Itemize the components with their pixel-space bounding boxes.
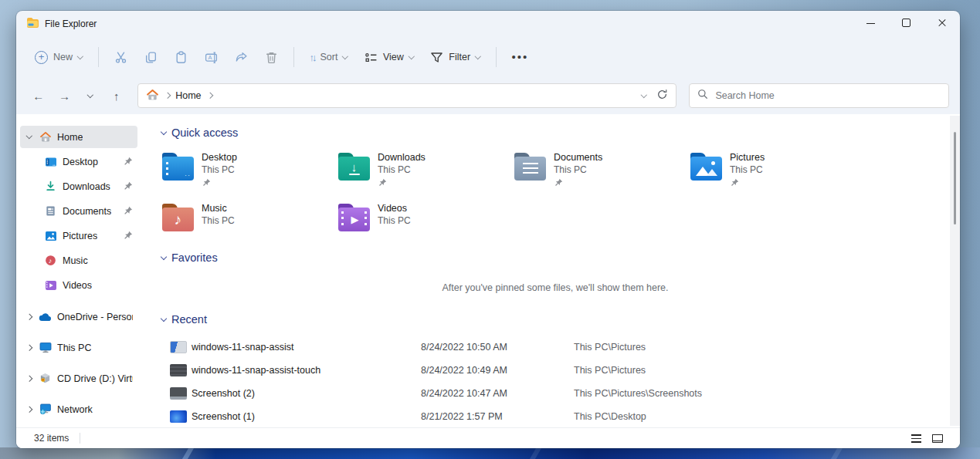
filter-button[interactable]: Filter bbox=[422, 46, 487, 69]
recent-header[interactable]: Recent bbox=[161, 313, 960, 326]
pin-icon bbox=[123, 231, 133, 241]
address-bar[interactable]: Home bbox=[137, 83, 677, 108]
new-button[interactable]: + New bbox=[27, 46, 90, 69]
delete-button[interactable] bbox=[257, 46, 286, 69]
share-button[interactable] bbox=[227, 46, 256, 69]
sidebar-item-onedrive[interactable]: OneDrive - Personal bbox=[20, 305, 137, 328]
back-button[interactable]: ← bbox=[27, 84, 50, 107]
recent-file-row[interactable]: Screenshot (1) 8/21/2022 1:57 PM This PC… bbox=[161, 405, 960, 427]
maximize-icon bbox=[902, 19, 910, 27]
copy-button[interactable] bbox=[137, 46, 165, 69]
sidebar-item-home[interactable]: Home bbox=[20, 126, 137, 148]
sort-button[interactable]: ↑↓ Sort bbox=[302, 46, 355, 69]
chevron-right-icon[interactable] bbox=[25, 315, 33, 319]
chevron-down-icon bbox=[342, 53, 348, 59]
chevron-down-icon[interactable] bbox=[25, 136, 33, 138]
recent-file-row[interactable]: windows-11-snap-assist-touch 8/24/2022 1… bbox=[161, 359, 960, 382]
file-path: This PC\Pictures\Screenshots bbox=[574, 388, 960, 399]
sidebar-item-cd-drive[interactable]: CD Drive (D:) Virtual bbox=[20, 367, 137, 390]
chevron-down-icon bbox=[161, 128, 167, 134]
forward-button[interactable]: → bbox=[53, 84, 76, 107]
tile-name: Pictures bbox=[730, 152, 765, 163]
title-bar[interactable]: File Explorer bbox=[16, 11, 960, 37]
tile-name: Desktop bbox=[202, 152, 237, 163]
search-box[interactable] bbox=[689, 83, 949, 108]
plus-icon: + bbox=[35, 51, 48, 64]
toolbar-divider bbox=[98, 47, 99, 67]
minimize-icon bbox=[866, 23, 875, 24]
toolbar-divider bbox=[293, 47, 294, 67]
up-button[interactable]: ↑ bbox=[105, 84, 128, 107]
file-path: This PC\Pictures bbox=[574, 365, 960, 376]
details-view-button[interactable] bbox=[907, 430, 924, 446]
address-dropdown-icon[interactable] bbox=[641, 92, 647, 98]
documents-icon bbox=[44, 204, 57, 218]
tile-name: Documents bbox=[554, 152, 602, 163]
desktop-background: File Explorer + New bbox=[0, 0, 980, 459]
thumbnails-view-icon bbox=[932, 434, 943, 443]
search-input[interactable] bbox=[715, 90, 941, 101]
filter-label: Filter bbox=[449, 52, 470, 62]
rename-button[interactable]: A bbox=[197, 46, 226, 69]
see-more-button[interactable]: ••• bbox=[504, 48, 537, 66]
chevron-right-icon[interactable] bbox=[25, 346, 33, 350]
favorites-title: Favorites bbox=[171, 251, 218, 264]
sidebar-item-desktop[interactable]: Desktop bbox=[20, 150, 137, 173]
breadcrumb-home[interactable]: Home bbox=[175, 90, 201, 101]
recent-file-row[interactable]: windows-11-snap-assist 8/24/2022 10:50 A… bbox=[161, 336, 960, 359]
pin-icon bbox=[123, 181, 133, 191]
pin-icon bbox=[123, 157, 133, 167]
chevron-right-icon[interactable] bbox=[25, 407, 33, 412]
window-controls bbox=[853, 11, 960, 37]
maximize-button[interactable] bbox=[889, 11, 924, 37]
scrollbar-thumb[interactable] bbox=[954, 132, 956, 224]
tile-desktop[interactable]: ·· Desktop This PC bbox=[161, 150, 337, 190]
tile-location: This PC bbox=[730, 164, 765, 175]
view-button[interactable]: View bbox=[357, 46, 421, 69]
wallpaper-beam bbox=[829, 447, 845, 459]
paste-button[interactable] bbox=[167, 46, 195, 69]
recent-file-row[interactable]: Screenshot (2) 8/24/2022 10:47 AM This P… bbox=[161, 382, 960, 405]
navigation-pane: Home Desktop Downloads bbox=[16, 114, 141, 427]
tile-name: Videos bbox=[378, 203, 411, 214]
svg-text:A: A bbox=[208, 54, 212, 61]
pin-icon bbox=[730, 178, 765, 190]
tile-documents[interactable]: Documents This PC bbox=[514, 150, 690, 190]
tile-pictures[interactable]: Pictures This PC bbox=[690, 150, 866, 190]
svg-text:♪: ♪ bbox=[49, 257, 52, 265]
tile-videos[interactable]: ▶ Videos This PC bbox=[337, 201, 514, 233]
file-date: 8/24/2022 10:47 AM bbox=[421, 388, 574, 399]
sidebar-item-videos[interactable]: Videos bbox=[20, 274, 137, 296]
file-name: Screenshot (1) bbox=[192, 411, 421, 422]
favorites-header[interactable]: Favorites bbox=[161, 251, 960, 264]
tile-downloads[interactable]: ↓ Downloads This PC bbox=[337, 150, 514, 190]
app-folder-icon bbox=[26, 17, 39, 31]
refresh-icon[interactable] bbox=[656, 89, 668, 103]
sidebar-item-pictures[interactable]: Pictures bbox=[20, 224, 137, 247]
sidebar-item-this-pc[interactable]: This PC bbox=[20, 336, 137, 359]
file-path: This PC\Pictures bbox=[574, 342, 960, 353]
close-button[interactable] bbox=[924, 11, 960, 37]
tile-location: This PC bbox=[202, 164, 237, 175]
tile-name: Music bbox=[202, 203, 235, 214]
breadcrumb-chevron-icon bbox=[206, 93, 212, 99]
file-thumbnail bbox=[170, 410, 187, 423]
cut-button[interactable] bbox=[107, 46, 135, 69]
minimize-button[interactable] bbox=[853, 11, 889, 37]
quick-access-header[interactable]: Quick access bbox=[161, 127, 960, 139]
vertical-scrollbar[interactable] bbox=[950, 116, 960, 426]
sidebar-item-downloads[interactable]: Downloads bbox=[20, 175, 137, 197]
recent-locations-button[interactable] bbox=[79, 84, 102, 107]
sidebar-item-network[interactable]: Network bbox=[20, 398, 137, 420]
thumbnails-view-button[interactable] bbox=[929, 430, 946, 446]
chevron-down-icon bbox=[161, 315, 167, 321]
sidebar-item-music[interactable]: ♪ Music bbox=[20, 249, 137, 272]
tile-name: Downloads bbox=[378, 152, 426, 163]
music-icon: ♪ bbox=[44, 254, 57, 267]
rename-icon: A bbox=[205, 51, 218, 64]
tile-music[interactable]: ♪ Music This PC bbox=[161, 201, 337, 233]
sidebar-item-documents[interactable]: Documents bbox=[20, 200, 137, 222]
quick-access-title: Quick access bbox=[171, 127, 238, 139]
chevron-right-icon[interactable] bbox=[25, 376, 33, 381]
sort-icon: ↑↓ bbox=[310, 52, 315, 63]
